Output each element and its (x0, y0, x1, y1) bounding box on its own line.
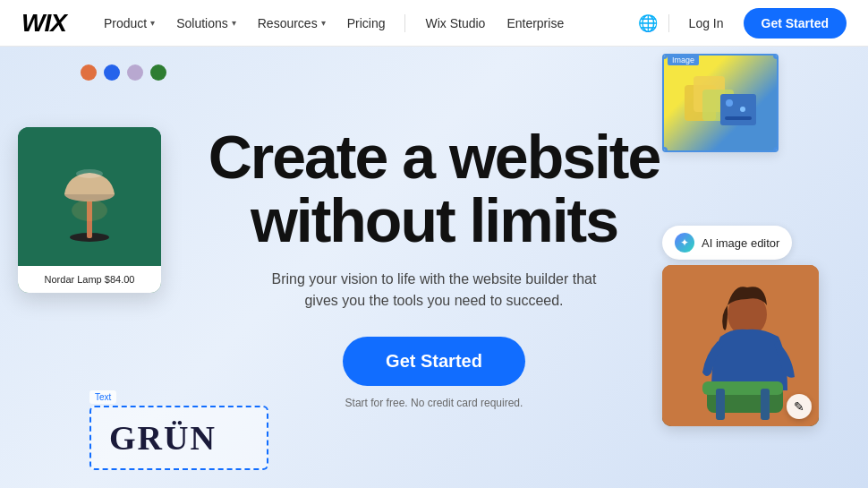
color-dot-orange (81, 64, 97, 81)
product-image (664, 56, 777, 150)
image-editor-card: Image (662, 54, 779, 152)
navigation: WIX Product ▾ Solutions ▾ Resources ▾ Pr… (0, 0, 868, 47)
svg-point-9 (726, 99, 733, 107)
nav-right: 🌐 Log In Get Started (638, 8, 847, 39)
resize-handle-tr[interactable] (773, 54, 779, 59)
nav-items: Product ▾ Solutions ▾ Resources ▾ Pricin… (95, 11, 638, 36)
lamp-svg (49, 148, 130, 246)
ai-photo-card: ✎ (662, 265, 819, 426)
ai-icon: ✦ (675, 233, 694, 253)
hero-section: Nordar Lamp $84.00 Create a website with… (0, 47, 868, 488)
svg-rect-11 (725, 116, 752, 120)
wix-logo[interactable]: WIX (21, 9, 66, 38)
svg-point-10 (740, 107, 745, 112)
nav-solutions[interactable]: Solutions ▾ (167, 11, 245, 36)
lamp-card: Nordar Lamp $84.00 (18, 127, 161, 293)
text-badge: Text (89, 390, 116, 404)
ai-label: AI image editor (702, 236, 779, 250)
color-dot-green (150, 64, 166, 81)
ai-image-editor-card: ✦ AI image editor (662, 226, 841, 426)
color-dot-blue (104, 64, 120, 81)
svg-rect-15 (702, 381, 783, 395)
image-badge: Image (668, 55, 699, 65)
get-started-button-nav[interactable]: Get Started (744, 8, 847, 39)
nav-wix-studio[interactable]: Wix Studio (416, 11, 494, 36)
edit-icon[interactable]: ✎ (787, 394, 812, 419)
color-dot-purple (127, 64, 143, 81)
grun-box: GRÜN (89, 406, 268, 470)
lamp-product-label: Nordar Lamp $84.00 (18, 266, 161, 293)
nav-product[interactable]: Product ▾ (95, 11, 164, 36)
svg-point-3 (76, 169, 103, 178)
color-palette (81, 64, 166, 81)
grun-text: GRÜN (109, 419, 217, 457)
sponge-svg (680, 72, 761, 134)
chevron-down-icon: ▾ (150, 18, 155, 28)
chevron-down-icon: ▾ (232, 18, 236, 28)
login-button[interactable]: Log In (680, 11, 733, 36)
lamp-image (18, 127, 161, 266)
svg-point-4 (72, 200, 107, 221)
nav-divider2 (668, 14, 669, 32)
nav-divider (404, 14, 405, 32)
chevron-down-icon: ▾ (321, 18, 326, 28)
nav-enterprise[interactable]: Enterprise (498, 11, 573, 36)
svg-rect-8 (720, 94, 756, 125)
get-started-button-hero[interactable]: Get Started (343, 337, 525, 386)
nav-resources[interactable]: Resources ▾ (249, 11, 335, 36)
hero-title: Create a website without limits (208, 125, 660, 253)
resize-handle-br[interactable] (773, 147, 779, 152)
hero-text-block: Create a website without limits Bring yo… (208, 125, 660, 410)
globe-icon[interactable]: 🌐 (638, 13, 658, 33)
svg-rect-16 (716, 389, 725, 420)
hero-subtitle: Bring your vision to life with the websi… (264, 269, 604, 312)
svg-rect-17 (761, 389, 770, 420)
nav-pricing[interactable]: Pricing (338, 11, 395, 36)
hero-fine-print: Start for free. No credit card required. (208, 397, 660, 409)
ai-card-header: ✦ AI image editor (662, 226, 792, 260)
resize-handle-bl[interactable] (662, 147, 668, 152)
